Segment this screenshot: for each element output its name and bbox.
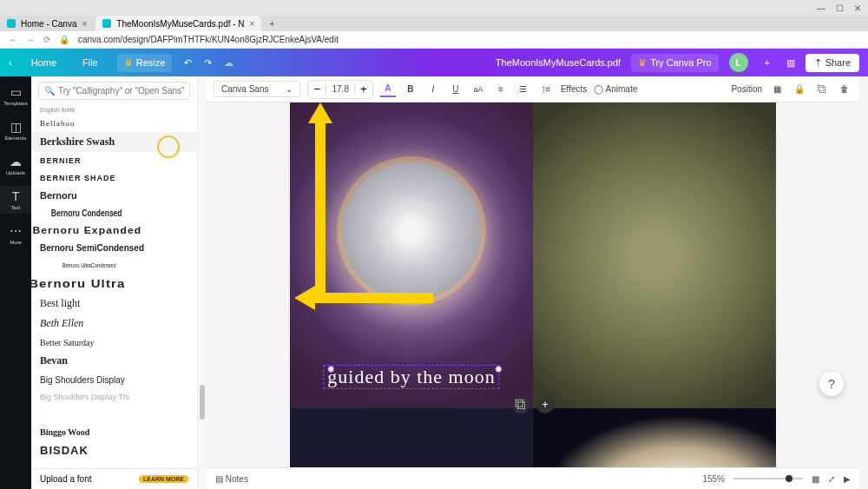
- spacing-button[interactable]: ⫶≡: [538, 82, 554, 97]
- help-button[interactable]: ?: [819, 372, 844, 396]
- font-item[interactable]: Bernoru UltraCondensed: [56, 256, 173, 274]
- upload-font-row[interactable]: Upload a font LEARN MORE: [31, 468, 197, 489]
- rail-elements[interactable]: ◫Elements: [0, 116, 31, 144]
- crown-icon: ♛: [124, 57, 133, 69]
- font-item[interactable]: Big Shoulders Display: [31, 371, 197, 388]
- font-item[interactable]: Better Saturday: [31, 334, 197, 351]
- address-bar-row: ← → ⟳ 🔒 canva.com/design/DAFPimTHTFk/KUN…: [0, 31, 868, 49]
- file-menu[interactable]: File: [76, 54, 105, 71]
- font-item[interactable]: Bernoru Condensed: [43, 204, 184, 221]
- canvas-area[interactable]: guided by the moon ⿻ +: [207, 102, 859, 467]
- underline-button[interactable]: U: [448, 82, 464, 97]
- font-item[interactable]: [31, 460, 197, 468]
- page-stone-face[interactable]: [533, 102, 776, 408]
- font-search-input[interactable]: [58, 86, 184, 96]
- redo-icon[interactable]: ↷: [204, 57, 212, 69]
- font-item[interactable]: BERNIER SHADE: [31, 169, 197, 187]
- font-list[interactable]: BellabooBerkshire SwashBERNIERBERNIER SH…: [31, 115, 197, 468]
- canvas-scrollbar[interactable]: [859, 76, 868, 489]
- minimize-icon[interactable]: —: [817, 3, 825, 13]
- zoom-value[interactable]: 155%: [702, 474, 725, 484]
- dark-moon-image: [290, 408, 533, 467]
- new-tab-button[interactable]: +: [263, 16, 280, 31]
- increase-size-button[interactable]: +: [355, 81, 372, 98]
- transparency-icon[interactable]: ▦: [769, 82, 785, 97]
- tab-close-icon[interactable]: ×: [82, 19, 87, 29]
- forward-icon[interactable]: →: [26, 35, 35, 44]
- document-title[interactable]: TheMoonIsMyMuseCards.pdf: [496, 57, 621, 68]
- animate-button[interactable]: ◯ Animate: [594, 84, 637, 94]
- reload-icon[interactable]: ⟳: [43, 35, 50, 44]
- svg-marker-1: [308, 102, 332, 123]
- share-button[interactable]: ⇡ Share: [806, 54, 859, 72]
- duplicate-page-icon[interactable]: ⿻: [512, 396, 529, 413]
- font-item[interactable]: Best light: [31, 294, 197, 314]
- bold-button[interactable]: B: [403, 82, 418, 97]
- font-item[interactable]: BISDAK: [31, 440, 197, 460]
- italic-button[interactable]: I: [425, 82, 441, 97]
- present-icon[interactable]: ▥: [786, 57, 795, 69]
- close-window-icon[interactable]: ✕: [854, 3, 861, 13]
- resize-button[interactable]: ♛Resize: [117, 54, 173, 72]
- zoom-thumb[interactable]: [786, 475, 792, 482]
- font-item[interactable]: [31, 406, 197, 423]
- text-box-guided[interactable]: guided by the moon: [323, 365, 499, 389]
- add-page-icon[interactable]: +: [536, 396, 554, 413]
- learn-more-badge[interactable]: LEARN MORE: [139, 475, 188, 483]
- font-item[interactable]: BERNIER: [31, 152, 197, 169]
- url-text[interactable]: canva.com/design/DAFPimTHTFk/KUN4on8GjzR…: [78, 35, 859, 44]
- back-icon[interactable]: ←: [9, 35, 17, 44]
- font-panel-scrollbar[interactable]: [198, 76, 207, 489]
- letter-case-button[interactable]: aA: [470, 82, 486, 97]
- text-color-button[interactable]: A: [380, 82, 396, 97]
- try-pro-button[interactable]: ♛Try Canva Pro: [631, 54, 719, 72]
- present-icon[interactable]: ▶: [844, 474, 851, 484]
- font-item[interactable]: Binggo Wood: [31, 423, 197, 440]
- font-item[interactable]: Bernoru Ultra: [31, 274, 197, 294]
- scrollbar-thumb[interactable]: [200, 385, 205, 420]
- font-item[interactable]: Bellaboo: [31, 115, 197, 132]
- add-member-button[interactable]: +: [759, 54, 776, 71]
- font-search-wrap[interactable]: 🔍: [38, 82, 190, 100]
- lock-icon[interactable]: 🔒: [792, 82, 807, 97]
- page-moonrise[interactable]: [533, 408, 776, 467]
- rail-templates[interactable]: ▭Templates: [0, 82, 31, 109]
- align-button[interactable]: ≡: [493, 82, 509, 97]
- home-button[interactable]: Home: [24, 54, 63, 71]
- font-item[interactable]: Bernoru: [31, 187, 197, 204]
- rail-text[interactable]: TText: [0, 186, 31, 214]
- font-family-select[interactable]: Canva Sans ⌄: [214, 81, 300, 97]
- decrease-size-button[interactable]: −: [308, 81, 326, 98]
- font-item[interactable]: Bernoru Expanded: [31, 221, 197, 239]
- font-item[interactable]: Beth Ellen: [31, 314, 197, 334]
- zoom-slider[interactable]: [733, 478, 803, 479]
- sync-icon: ☁: [224, 57, 233, 69]
- elements-icon: ◫: [9, 120, 23, 134]
- tab-close-icon[interactable]: ×: [250, 19, 255, 29]
- user-avatar[interactable]: L: [729, 53, 748, 72]
- page-dark[interactable]: [290, 408, 533, 467]
- page-float-toolbar: ⿻ +: [512, 396, 554, 413]
- position-button[interactable]: Position: [731, 84, 762, 94]
- upload-icon: ⇡: [814, 57, 822, 69]
- back-arrow-icon[interactable]: ‹: [9, 57, 12, 68]
- undo-icon[interactable]: ↶: [184, 57, 192, 69]
- notes-button[interactable]: ▤ Notes: [215, 474, 248, 484]
- list-button[interactable]: ☰: [516, 82, 531, 97]
- delete-icon[interactable]: 🗑: [837, 82, 852, 97]
- arrow-annotation-horizontal: [294, 281, 433, 315]
- font-size-value[interactable]: 17.8: [326, 84, 354, 94]
- rail-uploads[interactable]: ☁Uploads: [0, 151, 31, 179]
- duplicate-icon[interactable]: ⿻: [814, 82, 830, 97]
- font-item[interactable]: Bevan: [31, 351, 197, 371]
- grid-view-icon[interactable]: ▦: [812, 474, 819, 484]
- effects-button[interactable]: Effects: [561, 84, 587, 94]
- font-item[interactable]: Berkshire Swash: [31, 132, 197, 152]
- font-item[interactable]: Bernoru SemiCondensed: [31, 239, 197, 256]
- fullscreen-icon[interactable]: ⤢: [828, 474, 835, 484]
- browser-tab-home[interactable]: Home - Canva ×: [0, 16, 94, 31]
- browser-tab-doc[interactable]: TheMoonIsMyMuseCards.pdf - N ×: [95, 16, 261, 31]
- font-item[interactable]: Big Shoulders Display Thi: [31, 388, 197, 406]
- maximize-icon[interactable]: ☐: [836, 3, 844, 13]
- rail-more[interactable]: ⋯More: [0, 221, 31, 248]
